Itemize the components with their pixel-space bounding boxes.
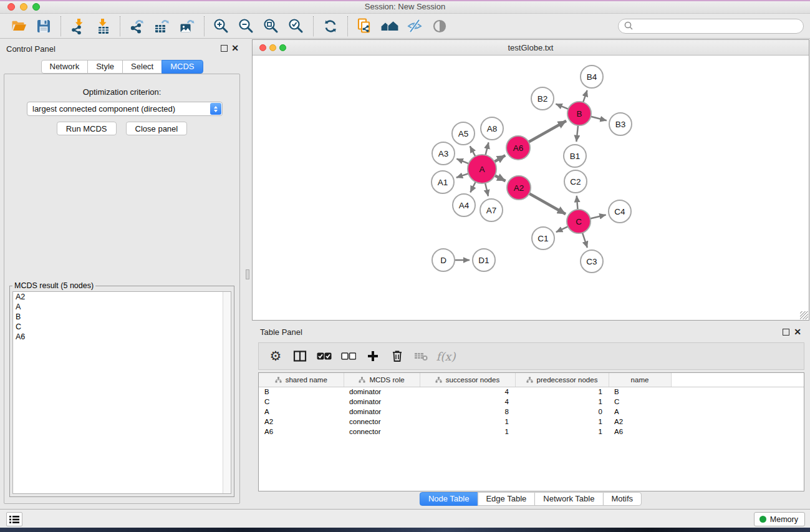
- graph-node-A8[interactable]: A8: [481, 117, 503, 140]
- columns-icon[interactable]: [291, 346, 309, 366]
- save-session-icon[interactable]: [31, 16, 56, 37]
- edge-A-A5[interactable]: [470, 146, 476, 157]
- export-network-icon[interactable]: [125, 16, 150, 37]
- deselect-all-icon[interactable]: [339, 346, 358, 366]
- tab-network[interactable]: Network: [41, 60, 88, 74]
- close-table-panel-icon[interactable]: ✕: [793, 327, 802, 336]
- edge-A-A7[interactable]: [485, 181, 488, 196]
- column-header-successor-nodes[interactable]: successor nodes: [420, 373, 515, 387]
- zoom-in-icon[interactable]: [209, 16, 234, 37]
- graph-node-A3[interactable]: A3: [432, 142, 455, 165]
- graph-node-B4[interactable]: B4: [581, 65, 603, 88]
- edge-A6-B[interactable]: [528, 121, 566, 143]
- table-cell[interactable]: 1: [420, 417, 515, 427]
- column-header-MCDS-role[interactable]: MCDS role: [344, 373, 420, 387]
- edge-A-A8[interactable]: [485, 142, 488, 156]
- memory-button[interactable]: Memory: [754, 512, 805, 526]
- open-file-icon[interactable]: [6, 16, 31, 37]
- graph-node-C2[interactable]: C2: [564, 170, 587, 193]
- graph-node-A7[interactable]: A7: [480, 199, 503, 221]
- float-panel-icon[interactable]: [221, 45, 228, 52]
- edge-A-A4[interactable]: [470, 181, 476, 193]
- table-cell[interactable]: A2: [609, 417, 671, 427]
- mcds-result-item[interactable]: A: [13, 302, 231, 312]
- table-cell[interactable]: connector: [344, 427, 420, 437]
- table-cell[interactable]: A6: [609, 427, 671, 437]
- edge-A-A2[interactable]: [494, 175, 506, 181]
- table-cell[interactable]: dominator: [344, 407, 420, 417]
- tab-style[interactable]: Style: [87, 60, 123, 74]
- table-cell[interactable]: 1: [515, 417, 609, 427]
- import-table-icon[interactable]: [90, 16, 115, 37]
- close-panel-button[interactable]: Close panel: [126, 122, 188, 135]
- add-column-icon[interactable]: [364, 346, 382, 366]
- graph-node-D1[interactable]: D1: [473, 249, 495, 271]
- mcds-result-item[interactable]: A6: [13, 332, 231, 342]
- graph-node-A4[interactable]: A4: [453, 194, 475, 216]
- table-cell[interactable]: B: [609, 387, 671, 397]
- tab-select[interactable]: Select: [122, 60, 162, 74]
- edge-C-C4[interactable]: [589, 215, 606, 219]
- edge-A2-C[interactable]: [528, 193, 566, 214]
- edge-C-C2[interactable]: [577, 196, 578, 211]
- zoom-out-icon[interactable]: [234, 16, 259, 37]
- graph-node-C4[interactable]: C4: [609, 200, 631, 223]
- edge-C-C3[interactable]: [582, 231, 587, 248]
- table-cell[interactable]: A6: [259, 427, 344, 437]
- float-table-panel-icon[interactable]: [783, 329, 789, 336]
- divider-grip[interactable]: [246, 269, 249, 279]
- show-graphics-details-icon[interactable]: [427, 16, 452, 37]
- tab-mcds[interactable]: MCDS: [162, 60, 203, 74]
- mcds-result-item[interactable]: B: [13, 312, 231, 322]
- table-cell[interactable]: connector: [344, 417, 420, 427]
- mcds-result-item[interactable]: A2: [13, 292, 231, 302]
- graph-node-A5[interactable]: A5: [452, 122, 475, 145]
- network-canvas[interactable]: AA1A2A3A4A5A6A7A8BB1B2B3B4CC1C2C3C4DD1: [253, 56, 809, 320]
- edge-B-B1[interactable]: [576, 124, 578, 142]
- optimization-criterion-select[interactable]: largest connected component (directed): [27, 102, 223, 116]
- column-header-shared-name[interactable]: shared name: [259, 373, 344, 387]
- graph-node-B[interactable]: B: [567, 102, 591, 125]
- function-builder-icon[interactable]: f(x): [436, 346, 455, 366]
- window-resize-grip[interactable]: [800, 311, 808, 319]
- edge-A-A6[interactable]: [493, 155, 505, 162]
- graph-node-B3[interactable]: B3: [609, 113, 632, 135]
- table-cell[interactable]: C: [609, 397, 671, 407]
- column-header-predecessor-nodes[interactable]: predecessor nodes: [515, 373, 609, 387]
- tab-motifs[interactable]: Motifs: [602, 492, 642, 506]
- table-cell[interactable]: dominator: [344, 397, 420, 407]
- table-cell[interactable]: 0: [515, 407, 609, 417]
- clone-network-icon[interactable]: [352, 16, 377, 37]
- select-all-icon[interactable]: [315, 346, 334, 366]
- table-row[interactable]: Adominator80A: [259, 407, 804, 417]
- zoom-selected-icon[interactable]: [284, 16, 309, 37]
- graph-node-B1[interactable]: B1: [564, 145, 586, 167]
- table-cell[interactable]: 8: [420, 407, 515, 417]
- table-cell[interactable]: 1: [515, 397, 609, 407]
- edge-A-A1[interactable]: [456, 173, 470, 178]
- close-panel-icon[interactable]: ✕: [231, 44, 239, 52]
- mcds-result-list[interactable]: A2ABCA6: [12, 291, 231, 494]
- graph-node-A1[interactable]: A1: [432, 171, 454, 193]
- graph-node-B2[interactable]: B2: [531, 87, 554, 110]
- edge-B-B4[interactable]: [582, 90, 587, 104]
- edge-A-A3[interactable]: [456, 159, 470, 165]
- task-history-icon[interactable]: [6, 512, 22, 526]
- table-row[interactable]: Bdominator41B: [259, 387, 804, 397]
- tab-node-table[interactable]: Node Table: [420, 492, 478, 506]
- tab-edge-table[interactable]: Edge Table: [477, 492, 535, 506]
- graph-node-A6[interactable]: A6: [506, 136, 530, 160]
- table-row[interactable]: A2connector11A2: [259, 417, 804, 427]
- table-row[interactable]: Cdominator41C: [259, 397, 804, 407]
- table-cell[interactable]: B: [259, 387, 344, 397]
- table-cell[interactable]: dominator: [344, 387, 420, 397]
- zoom-fit-icon[interactable]: [259, 16, 284, 37]
- edge-C-C1[interactable]: [556, 226, 569, 232]
- edge-B-B2[interactable]: [556, 104, 569, 110]
- table-cell[interactable]: A: [259, 407, 344, 417]
- export-table-icon[interactable]: [150, 16, 175, 37]
- import-network-icon[interactable]: [65, 16, 90, 37]
- delete-icon[interactable]: [388, 346, 407, 366]
- home-icon[interactable]: [377, 16, 402, 37]
- table-cell[interactable]: 1: [515, 427, 609, 437]
